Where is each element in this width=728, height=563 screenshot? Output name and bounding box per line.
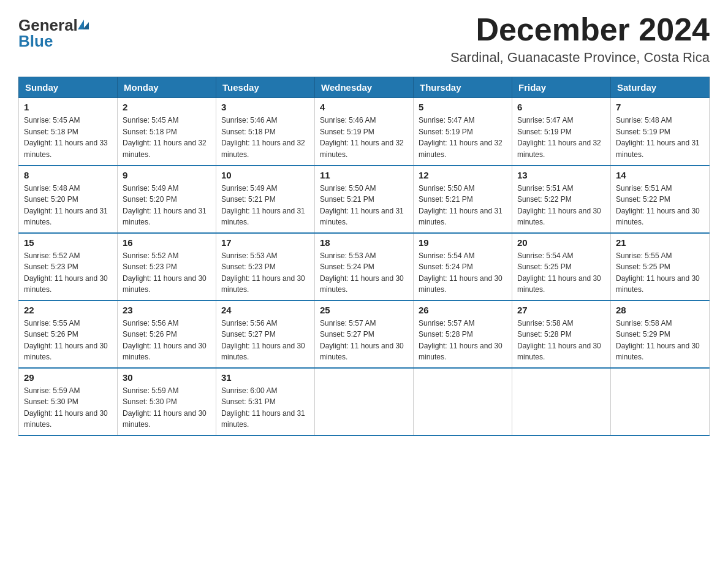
- day-info: Sunrise: 5:48 AMSunset: 5:20 PMDaylight:…: [24, 183, 112, 228]
- day-info: Sunrise: 5:48 AMSunset: 5:19 PMDaylight:…: [616, 115, 704, 160]
- calendar-week-row: 15Sunrise: 5:52 AMSunset: 5:23 PMDayligh…: [19, 233, 710, 301]
- col-saturday: Saturday: [611, 77, 710, 98]
- location-title: Sardinal, Guanacaste Province, Costa Ric…: [450, 50, 710, 66]
- calendar-week-row: 1Sunrise: 5:45 AMSunset: 5:18 PMDaylight…: [19, 98, 710, 166]
- day-info: Sunrise: 5:53 AMSunset: 5:24 PMDaylight:…: [320, 250, 408, 296]
- calendar-cell: 15Sunrise: 5:52 AMSunset: 5:23 PMDayligh…: [19, 233, 118, 301]
- day-number: 7: [616, 102, 704, 112]
- day-number: 11: [320, 170, 408, 180]
- day-info: Sunrise: 5:51 AMSunset: 5:22 PMDaylight:…: [517, 183, 605, 228]
- day-number: 8: [24, 170, 112, 180]
- day-info: Sunrise: 5:54 AMSunset: 5:24 PMDaylight:…: [419, 250, 507, 296]
- day-number: 18: [320, 237, 408, 248]
- calendar-body: 1Sunrise: 5:45 AMSunset: 5:18 PMDaylight…: [19, 98, 710, 435]
- day-number: 19: [419, 237, 507, 248]
- calendar-cell: 4Sunrise: 5:46 AMSunset: 5:19 PMDaylight…: [315, 98, 414, 166]
- calendar-cell: 11Sunrise: 5:50 AMSunset: 5:21 PMDayligh…: [315, 166, 414, 233]
- calendar-cell: 1Sunrise: 5:45 AMSunset: 5:18 PMDaylight…: [19, 98, 118, 166]
- calendar-cell: 3Sunrise: 5:46 AMSunset: 5:18 PMDaylight…: [216, 98, 315, 166]
- day-number: 1: [24, 102, 112, 112]
- calendar-cell: 23Sunrise: 5:56 AMSunset: 5:26 PMDayligh…: [118, 301, 216, 368]
- day-number: 12: [419, 170, 507, 180]
- day-number: 30: [123, 372, 211, 383]
- calendar-cell: 21Sunrise: 5:55 AMSunset: 5:25 PMDayligh…: [611, 233, 710, 301]
- logo-icon: [78, 20, 89, 29]
- day-info: Sunrise: 5:46 AMSunset: 5:19 PMDaylight:…: [320, 115, 408, 160]
- logo-general-text: General: [18, 17, 78, 33]
- day-number: 21: [616, 237, 704, 248]
- day-info: Sunrise: 5:53 AMSunset: 5:23 PMDaylight:…: [221, 250, 309, 296]
- calendar-cell: 6Sunrise: 5:47 AMSunset: 5:19 PMDaylight…: [512, 98, 611, 166]
- day-info: Sunrise: 5:46 AMSunset: 5:18 PMDaylight:…: [221, 115, 309, 160]
- calendar-cell: 30Sunrise: 5:59 AMSunset: 5:30 PMDayligh…: [118, 368, 216, 435]
- col-wednesday: Wednesday: [315, 77, 414, 98]
- calendar-week-row: 29Sunrise: 5:59 AMSunset: 5:30 PMDayligh…: [19, 368, 710, 435]
- calendar-cell: 2Sunrise: 5:45 AMSunset: 5:18 PMDaylight…: [118, 98, 216, 166]
- calendar-cell: 31Sunrise: 6:00 AMSunset: 5:31 PMDayligh…: [216, 368, 315, 435]
- day-number: 20: [517, 237, 605, 248]
- page-header: General Blue December 2024 Sardinal, Gua…: [18, 12, 710, 66]
- day-info: Sunrise: 5:50 AMSunset: 5:21 PMDaylight:…: [419, 183, 507, 228]
- col-friday: Friday: [512, 77, 611, 98]
- calendar-cell: 19Sunrise: 5:54 AMSunset: 5:24 PMDayligh…: [414, 233, 512, 301]
- day-number: 9: [123, 170, 211, 180]
- calendar-cell: 10Sunrise: 5:49 AMSunset: 5:21 PMDayligh…: [216, 166, 315, 233]
- day-info: Sunrise: 5:58 AMSunset: 5:29 PMDaylight:…: [616, 318, 704, 363]
- calendar-cell: 27Sunrise: 5:58 AMSunset: 5:28 PMDayligh…: [512, 301, 611, 368]
- day-number: 5: [419, 102, 507, 112]
- logo-blue-text: Blue: [18, 32, 53, 50]
- day-number: 4: [320, 102, 408, 112]
- calendar-cell: [512, 368, 611, 435]
- day-number: 25: [320, 305, 408, 315]
- calendar-cell: 16Sunrise: 5:52 AMSunset: 5:23 PMDayligh…: [118, 233, 216, 301]
- day-info: Sunrise: 5:55 AMSunset: 5:26 PMDaylight:…: [24, 318, 112, 363]
- day-info: Sunrise: 5:59 AMSunset: 5:30 PMDaylight:…: [123, 385, 211, 431]
- calendar-cell: [414, 368, 512, 435]
- calendar-cell: 18Sunrise: 5:53 AMSunset: 5:24 PMDayligh…: [315, 233, 414, 301]
- day-number: 26: [419, 305, 507, 315]
- calendar-cell: 25Sunrise: 5:57 AMSunset: 5:27 PMDayligh…: [315, 301, 414, 368]
- day-number: 28: [616, 305, 704, 315]
- day-info: Sunrise: 5:59 AMSunset: 5:30 PMDaylight:…: [24, 385, 112, 431]
- day-info: Sunrise: 5:54 AMSunset: 5:25 PMDaylight:…: [517, 250, 605, 296]
- day-info: Sunrise: 5:45 AMSunset: 5:18 PMDaylight:…: [123, 115, 211, 160]
- day-info: Sunrise: 5:45 AMSunset: 5:18 PMDaylight:…: [24, 115, 112, 160]
- day-info: Sunrise: 5:55 AMSunset: 5:25 PMDaylight:…: [616, 250, 704, 296]
- calendar-cell: 7Sunrise: 5:48 AMSunset: 5:19 PMDaylight…: [611, 98, 710, 166]
- day-info: Sunrise: 6:00 AMSunset: 5:31 PMDaylight:…: [221, 385, 309, 431]
- day-number: 31: [221, 372, 309, 383]
- day-info: Sunrise: 5:49 AMSunset: 5:20 PMDaylight:…: [123, 183, 211, 228]
- day-number: 15: [24, 237, 112, 248]
- calendar-table: Sunday Monday Tuesday Wednesday Thursday…: [18, 77, 710, 436]
- day-number: 13: [517, 170, 605, 180]
- col-thursday: Thursday: [414, 77, 512, 98]
- day-number: 29: [24, 372, 112, 383]
- day-number: 24: [221, 305, 309, 315]
- day-number: 14: [616, 170, 704, 180]
- day-info: Sunrise: 5:56 AMSunset: 5:26 PMDaylight:…: [123, 318, 211, 363]
- day-number: 16: [123, 237, 211, 248]
- calendar-cell: 17Sunrise: 5:53 AMSunset: 5:23 PMDayligh…: [216, 233, 315, 301]
- calendar-cell: 24Sunrise: 5:56 AMSunset: 5:27 PMDayligh…: [216, 301, 315, 368]
- day-number: 3: [221, 102, 309, 112]
- calendar-cell: 26Sunrise: 5:57 AMSunset: 5:28 PMDayligh…: [414, 301, 512, 368]
- calendar-cell: 12Sunrise: 5:50 AMSunset: 5:21 PMDayligh…: [414, 166, 512, 233]
- day-info: Sunrise: 5:47 AMSunset: 5:19 PMDaylight:…: [419, 115, 507, 160]
- day-info: Sunrise: 5:49 AMSunset: 5:21 PMDaylight:…: [221, 183, 309, 228]
- calendar-week-row: 8Sunrise: 5:48 AMSunset: 5:20 PMDaylight…: [19, 166, 710, 233]
- col-monday: Monday: [118, 77, 216, 98]
- calendar-cell: [315, 368, 414, 435]
- day-info: Sunrise: 5:57 AMSunset: 5:28 PMDaylight:…: [419, 318, 507, 363]
- day-number: 6: [517, 102, 605, 112]
- day-info: Sunrise: 5:57 AMSunset: 5:27 PMDaylight:…: [320, 318, 408, 363]
- day-info: Sunrise: 5:51 AMSunset: 5:22 PMDaylight:…: [616, 183, 704, 228]
- month-title: December 2024: [450, 12, 710, 47]
- day-number: 22: [24, 305, 112, 315]
- calendar-cell: 5Sunrise: 5:47 AMSunset: 5:19 PMDaylight…: [414, 98, 512, 166]
- day-info: Sunrise: 5:52 AMSunset: 5:23 PMDaylight:…: [123, 250, 211, 296]
- calendar-cell: 14Sunrise: 5:51 AMSunset: 5:22 PMDayligh…: [611, 166, 710, 233]
- calendar-week-row: 22Sunrise: 5:55 AMSunset: 5:26 PMDayligh…: [19, 301, 710, 368]
- day-number: 2: [123, 102, 211, 112]
- calendar-cell: 9Sunrise: 5:49 AMSunset: 5:20 PMDaylight…: [118, 166, 216, 233]
- col-tuesday: Tuesday: [216, 77, 315, 98]
